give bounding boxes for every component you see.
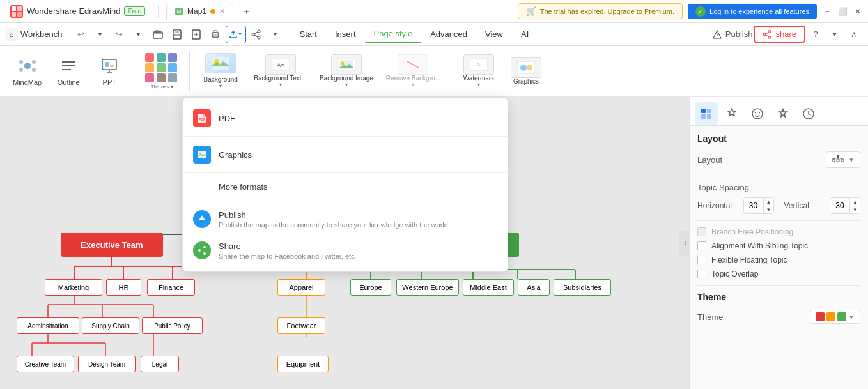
vertical-down[interactable]: ▼ — [850, 206, 860, 213]
finance-node[interactable]: Finance — [147, 279, 195, 296]
nav-tab-ai[interactable]: AI — [512, 26, 538, 43]
equipment-node[interactable]: Equipment — [277, 356, 329, 372]
minimize-btn[interactable]: − — [822, 6, 832, 17]
topic-overlap-checkbox[interactable] — [697, 270, 706, 278]
marketing-node[interactable]: Marketing — [45, 279, 102, 296]
publish-label: Publish — [725, 29, 753, 39]
export-graphics-item[interactable]: Graphics — [183, 139, 508, 170]
horizontal-input[interactable]: 30 ▲ ▼ — [743, 197, 774, 214]
ribbon-mindmap[interactable]: MindMap — [8, 46, 47, 96]
redo-dropdown-btn[interactable]: ▼ — [130, 26, 148, 43]
share2-btn[interactable] — [247, 26, 265, 43]
layout-section-title: Layout — [697, 133, 860, 144]
apparel-node[interactable]: Apparel — [277, 279, 325, 296]
new-btn[interactable] — [187, 26, 205, 43]
svg-rect-9 — [174, 35, 180, 38]
theme-preview[interactable]: ▼ — [810, 310, 860, 324]
ribbon-remove-bg[interactable]: Remove Backgro... ▾ — [381, 46, 446, 96]
tab-close-btn[interactable]: ✕ — [219, 7, 225, 15]
ribbon-graphics[interactable]: Graphics — [504, 46, 548, 96]
asia-node[interactable]: Asia — [518, 279, 550, 296]
share-text: Share Share the map to Facebook and Twit… — [219, 241, 357, 260]
svg-point-23 — [32, 60, 36, 64]
creative-team-node[interactable]: Creative Team — [17, 356, 74, 372]
ppt-label: PPT — [103, 79, 116, 86]
nav-tab-page-style[interactable]: Page style — [365, 25, 422, 43]
nav-tab-advanced[interactable]: Advanced — [421, 26, 476, 43]
share-item[interactable]: Share Share the map to Facebook and Twit… — [183, 235, 508, 266]
svg-rect-86 — [707, 114, 711, 119]
panel-tab-ai[interactable] — [720, 102, 743, 125]
subsidiaries-node[interactable]: Subsidiaries — [554, 279, 611, 296]
panel-tab-emoji[interactable] — [746, 102, 769, 125]
topic-spacing-label-row: Topic Spacing — [697, 183, 860, 192]
ribbon-background[interactable]: Background ▾ — [195, 46, 246, 96]
export-pdf-item[interactable]: PDF PDF — [183, 103, 508, 133]
export-btn[interactable]: ▼ — [226, 26, 246, 43]
vertical-input[interactable]: 30 ▲ ▼ — [830, 197, 860, 214]
flexible-checkbox[interactable] — [697, 256, 706, 264]
supply-chain-node[interactable]: Supply Chain — [82, 317, 139, 334]
new-tab-btn[interactable]: ＋ — [238, 4, 254, 19]
ribbon-outline[interactable]: Outline — [49, 46, 88, 96]
public-policy-node[interactable]: Public Policy — [142, 317, 203, 334]
help-dropdown[interactable]: ▼ — [826, 26, 844, 43]
ribbon-themes[interactable]: Themes ▾ — [139, 46, 184, 96]
hr-node[interactable]: HR — [106, 279, 141, 296]
redo-btn[interactable]: ↪ — [111, 26, 128, 43]
svg-rect-83 — [701, 109, 706, 113]
expand-btn[interactable]: ∧ — [845, 26, 863, 43]
more-formats-item[interactable]: More formats — [183, 176, 508, 198]
branch-free-checkbox[interactable] — [697, 227, 706, 236]
publish-btn[interactable]: Publish — [713, 29, 753, 39]
exec-node[interactable]: Executive Team — [61, 233, 163, 257]
vertical-up[interactable]: ▲ — [850, 198, 860, 206]
admin-node[interactable]: Adminsitration — [17, 317, 79, 334]
share-btn[interactable]: share — [754, 26, 805, 43]
nav-tab-view[interactable]: View — [476, 26, 512, 43]
ribbon: MindMap Outline PPT — [0, 46, 868, 97]
ribbon-bg-text[interactable]: A≡ Background Text... ▾ — [249, 46, 312, 96]
nav-tab-start[interactable]: Start — [291, 26, 326, 43]
collapse-panel-btn[interactable]: ‹ — [679, 231, 689, 256]
close-btn[interactable]: ✕ — [853, 6, 863, 17]
middle-east-node[interactable]: Middle East — [463, 279, 514, 296]
theme-dot-2 — [157, 53, 166, 62]
ribbon-ppt[interactable]: PPT — [90, 46, 128, 96]
publish-item[interactable]: Publish Publish the map to the community… — [183, 204, 508, 235]
login-btn[interactable]: ✓ Log in to experience all features — [688, 4, 817, 19]
alignment-checkbox[interactable] — [697, 241, 706, 250]
legal-node[interactable]: Legal — [141, 356, 179, 372]
branch-free-row: Branch Free Positioning — [697, 227, 860, 236]
open-btn[interactable] — [149, 26, 167, 43]
ribbon-watermark[interactable]: A Watermark ▾ — [456, 46, 501, 96]
panel-tab-style[interactable] — [771, 102, 794, 125]
layout-select[interactable]: ▼ — [826, 151, 860, 168]
horizontal-up[interactable]: ▲ — [764, 198, 774, 206]
undo-btn[interactable]: ↩ — [72, 26, 90, 43]
ribbon-bg-image[interactable]: Background Image ▾ — [314, 46, 378, 96]
nav-tab-insert[interactable]: Insert — [326, 26, 365, 43]
western-europe-node[interactable]: Western Europe — [396, 279, 459, 296]
undo-dropdown-btn[interactable]: ▼ — [91, 26, 109, 43]
publish-title: Publish — [219, 210, 450, 220]
restore-btn[interactable]: ⬜ — [837, 6, 848, 17]
layout-label: Layout — [697, 155, 722, 165]
print-btn[interactable] — [206, 26, 224, 43]
panel-tab-layout[interactable] — [695, 102, 718, 125]
publish-text: Publish Publish the map to the community… — [219, 210, 450, 229]
map-tab-icon: M — [174, 7, 183, 16]
horizontal-down[interactable]: ▼ — [764, 206, 774, 213]
europe-node[interactable]: Europe — [350, 279, 391, 296]
design-team-node[interactable]: Design Team — [78, 356, 136, 372]
topic-spacing-label: Topic Spacing — [697, 183, 749, 192]
help-btn[interactable]: ? — [807, 26, 825, 43]
share-desc: Share the map to Facebook and Twitter, e… — [219, 252, 357, 260]
panel-tab-clock[interactable] — [797, 102, 820, 125]
footwear-node[interactable]: Footwear — [277, 317, 325, 334]
options-btn[interactable]: ▼ — [267, 26, 284, 43]
bg-text-label: Background Text... — [254, 75, 307, 82]
save-btn[interactable] — [168, 26, 186, 43]
share-label: share — [775, 29, 796, 39]
map-tab[interactable]: M Map1 ✕ — [166, 3, 233, 20]
